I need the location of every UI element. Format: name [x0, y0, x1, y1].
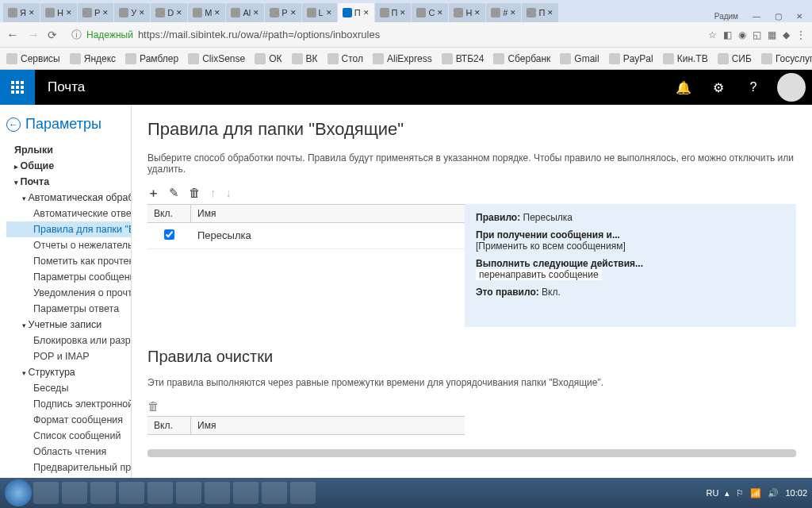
sidebar-item[interactable]: Предварительный просм — [6, 460, 131, 475]
sidebar-item[interactable]: Учетные записи — [6, 317, 131, 333]
browser-tab[interactable]: П✕ — [375, 3, 412, 22]
close-button[interactable]: ✕ — [790, 10, 809, 22]
bookmark-item[interactable]: ClixSense — [188, 53, 245, 64]
minimize-button[interactable]: — — [746, 10, 767, 22]
ext-icon[interactable]: ▦ — [768, 29, 776, 40]
reload-icon[interactable]: ⟳ — [48, 29, 57, 41]
sidebar-item[interactable]: Блокировка или разреше — [6, 333, 131, 348]
browser-tab[interactable]: С✕ — [412, 3, 448, 22]
bookmark-item[interactable]: Яндекс — [70, 53, 116, 64]
tray-up-icon[interactable]: ▴ — [725, 488, 730, 498]
browser-tab[interactable]: М✕ — [188, 3, 225, 22]
maximize-button[interactable]: ▢ — [768, 10, 788, 22]
task-icon[interactable] — [205, 482, 230, 504]
task-icon[interactable] — [62, 482, 87, 504]
sidebar-item[interactable]: Область чтения — [6, 444, 131, 460]
bookmark-item[interactable]: ВК — [292, 53, 318, 64]
sidebar-item[interactable]: Подпись электронной по — [6, 396, 131, 412]
ext-icon[interactable]: ◧ — [723, 29, 732, 40]
bookmark-item[interactable]: AliExpress — [373, 53, 432, 64]
scrollbar[interactable] — [147, 449, 796, 457]
sidebar-item[interactable]: Параметры сообщения — [6, 269, 131, 285]
sidebar-item[interactable]: Параметры ответа — [6, 301, 131, 317]
bookmark-item[interactable]: PayPal — [609, 53, 653, 64]
ext-icon[interactable]: ◱ — [753, 29, 761, 40]
bookmark-item[interactable]: ВТБ24 — [442, 53, 485, 64]
back-arrow-icon[interactable]: ← — [6, 28, 19, 42]
star-icon[interactable]: ☆ — [708, 29, 717, 40]
table-row[interactable]: Пересылка — [147, 223, 465, 249]
sidebar-item[interactable]: Формат сообщения — [6, 412, 131, 428]
ext-icon[interactable]: ◆ — [783, 29, 790, 40]
sidebar-item[interactable]: Автоматическая обработка — [6, 190, 131, 206]
detail-rule-name: Пересылка — [523, 212, 573, 223]
browser-tab[interactable]: Р✕ — [78, 3, 113, 22]
task-icon[interactable] — [262, 482, 287, 504]
sidebar-item[interactable]: Беседы — [6, 380, 131, 396]
tray-lang[interactable]: RU — [707, 488, 719, 498]
sidebar-item[interactable]: Уведомления о прочтени — [6, 285, 131, 301]
task-icon[interactable] — [33, 482, 59, 504]
col-name: Имя — [191, 417, 465, 434]
browser-tab[interactable]: L✕ — [302, 3, 337, 22]
bookmark-item[interactable]: Стол — [327, 53, 363, 64]
network-icon[interactable]: 📶 — [750, 488, 761, 498]
sidebar-item[interactable]: Ярлыки — [6, 142, 131, 158]
task-icon[interactable] — [119, 482, 144, 504]
help-icon[interactable]: ? — [736, 70, 771, 105]
task-icon[interactable] — [290, 482, 316, 504]
sidebar-item[interactable]: Автоматические ответы — [6, 206, 131, 221]
sidebar-item[interactable]: POP и IMAP — [6, 348, 131, 364]
app-launcher-icon[interactable] — [0, 70, 35, 105]
browser-tab[interactable]: Н✕ — [449, 3, 485, 22]
sidebar-item[interactable]: Список сообщений — [6, 428, 131, 444]
task-icon[interactable] — [90, 482, 116, 504]
browser-tab[interactable]: Н✕ — [40, 3, 77, 22]
avatar[interactable] — [777, 73, 806, 102]
move-up-icon[interactable]: ↑ — [210, 186, 216, 201]
bookmark-item[interactable]: Госуслуги — [761, 53, 812, 64]
flag-icon[interactable]: ⚐ — [736, 488, 744, 498]
browser-tab[interactable]: У✕ — [114, 3, 150, 22]
bookmark-item[interactable]: ОК — [255, 53, 282, 64]
add-rule-icon[interactable]: ＋ — [147, 186, 159, 201]
url-box[interactable]: ⓘ Надежный https://mail.sibintek.ru/owa/… — [65, 25, 700, 44]
bell-icon[interactable]: 🔔 — [666, 70, 701, 105]
sidebar-item[interactable]: Отчеты о нежелательной — [6, 237, 131, 253]
address-bar: ← → ⟳ ⓘ Надежный https://mail.sibintek.r… — [0, 22, 812, 48]
delete-cleanup-icon[interactable]: 🗑 — [147, 399, 159, 413]
bookmark-item[interactable]: Кин.ТВ — [663, 53, 708, 64]
rule-enabled-checkbox[interactable] — [164, 229, 174, 240]
task-icon[interactable] — [176, 482, 201, 504]
delete-rule-icon[interactable]: 🗑 — [189, 186, 201, 201]
bookmark-item[interactable]: Рамблер — [125, 53, 178, 64]
browser-tab[interactable]: П✕ — [522, 3, 558, 22]
browser-tab[interactable]: П✕ — [338, 3, 374, 22]
sidebar-item[interactable]: Структура — [6, 364, 131, 380]
volume-icon[interactable]: 🔊 — [768, 488, 779, 498]
sidebar-item[interactable]: Пометить как прочтенно — [6, 253, 131, 269]
bookmark-item[interactable]: СИБ — [718, 53, 752, 64]
task-icon[interactable] — [147, 482, 173, 504]
browser-tab[interactable]: #✕ — [486, 3, 521, 22]
settings-back[interactable]: ← Параметры — [6, 116, 131, 133]
bookmark-item[interactable]: Сбербанк — [493, 53, 550, 64]
browser-tab[interactable]: D✕ — [151, 3, 187, 22]
task-icon[interactable] — [233, 482, 259, 504]
sidebar-item[interactable]: Почта — [6, 174, 131, 190]
browser-tab[interactable]: Р✕ — [265, 3, 301, 22]
menu-icon[interactable]: ⋮ — [796, 29, 806, 40]
edit-rule-icon[interactable]: ✎ — [169, 186, 179, 201]
start-button[interactable] — [5, 479, 32, 506]
forward-arrow-icon[interactable]: → — [27, 28, 40, 42]
browser-tab[interactable]: Я✕ — [3, 3, 40, 22]
apps-button[interactable]: Сервисы — [6, 53, 60, 64]
sidebar-item[interactable]: Общие — [6, 158, 131, 174]
rules-toolbar: ＋ ✎ 🗑 ↑ ↓ — [147, 186, 796, 201]
browser-tab[interactable]: Al✕ — [226, 3, 264, 22]
ext-icon[interactable]: ◉ — [738, 29, 746, 40]
sidebar-item[interactable]: Правила для папки "Вход — [6, 221, 131, 237]
move-down-icon[interactable]: ↓ — [226, 186, 232, 201]
bookmark-item[interactable]: Gmail — [560, 53, 599, 64]
gear-icon[interactable]: ⚙ — [701, 70, 736, 105]
